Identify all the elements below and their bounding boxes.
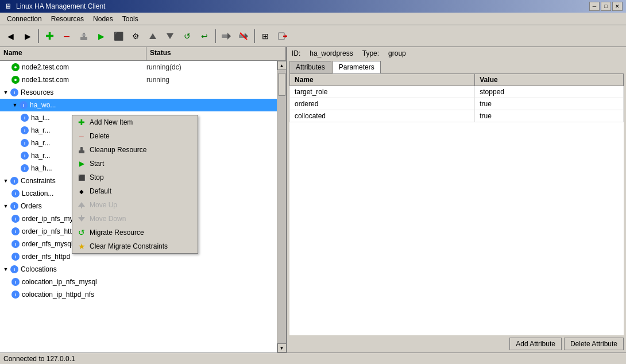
exit-button[interactable]	[275, 28, 291, 44]
svg-marker-4	[167, 33, 173, 39]
tree-item-resources[interactable]: ▼ i Resources	[0, 86, 286, 99]
move-up-button[interactable]	[145, 28, 161, 44]
start-label: Start	[90, 160, 104, 168]
svg-marker-15	[78, 202, 85, 207]
tree-scrollbar[interactable]: ▲ ▼	[277, 61, 286, 353]
attr-value-target-role: stopped	[475, 86, 624, 98]
expand-colocations-icon: ▼	[2, 266, 9, 273]
context-migrate-resource[interactable]: ↺ Migrate Resource	[72, 226, 198, 239]
migrate-resource-icon: ↺	[77, 228, 86, 237]
add-new-item-icon: ✚	[77, 118, 86, 127]
order-ip-nfs-mysql-icon: i	[11, 215, 20, 223]
default-label: Default	[90, 187, 111, 195]
context-clear-migrate-constraints[interactable]: ★ Clear Migrate Constraints	[72, 239, 198, 253]
context-start[interactable]: ▶ Start	[72, 157, 198, 171]
back-button[interactable]: ◀	[2, 28, 18, 44]
colocation-ip-httpd-nfs-icon: i	[11, 291, 20, 299]
scroll-down-arrow[interactable]: ▼	[277, 343, 287, 353]
stop-button[interactable]: ⬛	[110, 28, 126, 44]
add-button[interactable]: ✚	[41, 28, 57, 44]
svg-rect-14	[80, 147, 83, 151]
status-text: Connected to 127.0.0.1	[3, 355, 75, 363]
context-move-up[interactable]: Move Up	[72, 198, 198, 212]
add-attribute-button[interactable]: Add Attribute	[509, 338, 562, 350]
attr-value-collocated: true	[475, 110, 624, 122]
colocation-ip-nfs-mysql-icon: i	[11, 278, 20, 286]
separator-1	[38, 29, 39, 43]
context-delete[interactable]: – Delete	[72, 129, 198, 143]
expand-orders-icon: ▼	[2, 203, 9, 210]
tree-item-colocation-ip-httpd-nfs[interactable]: i colocation_ip_httpd_nfs	[0, 288, 286, 301]
tree-item-node2[interactable]: ● node2.test.com running(dc)	[0, 61, 286, 73]
status-bar: Connected to 127.0.0.1	[0, 353, 626, 364]
svg-rect-2	[82, 34, 86, 36]
type-label: Type:	[362, 49, 379, 57]
refresh-button[interactable]: ↺	[179, 28, 195, 44]
order-ip-nfs-httpd-icon: i	[11, 227, 20, 235]
view-button[interactable]: ⊞	[257, 28, 273, 44]
add-new-item-label: Add New Item	[90, 118, 133, 126]
menu-connection[interactable]: Connection	[2, 14, 47, 24]
remove-button[interactable]: –	[59, 28, 75, 44]
svg-rect-16	[81, 207, 82, 208]
resources-label: Resources	[21, 88, 146, 96]
type-value: group	[388, 49, 406, 57]
cleanup-resource-label: Cleanup Resource	[90, 146, 146, 154]
tree-item-node1[interactable]: ● node1.test.com running	[0, 73, 286, 86]
menu-resources[interactable]: Resources	[47, 14, 88, 24]
id-label: ID:	[292, 49, 300, 57]
move-up-label: Move Up	[90, 201, 117, 209]
tab-parameters[interactable]: Parameters	[333, 61, 381, 73]
tree-item-colocations[interactable]: ▼ i Colocations	[0, 263, 286, 276]
clear-migrate-button[interactable]	[235, 28, 252, 44]
resource-header: ID: ha_wordpress Type: group	[287, 47, 626, 60]
context-move-down[interactable]: Move Down	[72, 212, 198, 226]
scroll-up-arrow[interactable]: ▲	[277, 61, 287, 70]
colocation-ip-httpd-nfs-label: colocation_ip_httpd_nfs	[22, 291, 146, 299]
delete-label: Delete	[90, 132, 110, 140]
start-button[interactable]: ▶	[93, 28, 109, 44]
order-nfs-httpd-icon: i	[11, 253, 20, 261]
context-add-new-item[interactable]: ✚ Add New Item	[72, 115, 198, 129]
node2-label: node2.test.com	[22, 63, 146, 71]
minimize-button[interactable]: ─	[589, 2, 600, 11]
svg-marker-12	[285, 34, 287, 38]
cleanup-button[interactable]	[76, 28, 92, 44]
window-title: Linux HA Management Client	[16, 2, 105, 10]
name-column-header: Name	[0, 47, 146, 60]
tree-item-ha-wordpress[interactable]: ▼ i ha_wo...	[0, 99, 286, 111]
undo-button[interactable]: ↩	[196, 28, 212, 44]
svg-marker-17	[78, 217, 85, 222]
scroll-thumb[interactable]	[279, 73, 285, 96]
constraints-info-icon: i	[10, 177, 18, 185]
maximize-button[interactable]: □	[601, 2, 611, 11]
forward-button[interactable]: ▶	[20, 28, 36, 44]
scroll-track[interactable]	[278, 70, 286, 343]
close-button[interactable]: ✕	[612, 2, 623, 11]
main-content: Name Status ● node2.test.com running(dc)…	[0, 47, 626, 353]
delete-attribute-button[interactable]: Delete Attribute	[564, 338, 624, 350]
app-icon: 🖥	[3, 2, 13, 11]
attr-row-ordered: ordered true	[290, 98, 624, 110]
tree-item-colocation-ip-nfs-mysql[interactable]: i colocation_ip_nfs_mysql	[0, 276, 286, 288]
right-footer: Add Attribute Delete Attribute	[287, 335, 626, 353]
context-stop[interactable]: ⬛ Stop	[72, 171, 198, 184]
colocation-ip-nfs-mysql-label: colocation_ip_nfs_mysql	[22, 278, 146, 286]
move-down-label: Move Down	[90, 215, 126, 223]
context-default[interactable]: ◆ Default	[72, 184, 198, 198]
settings-button[interactable]: ⚙	[127, 28, 144, 44]
menu-tools[interactable]: Tools	[118, 14, 143, 24]
tab-attributes[interactable]: Attributes	[289, 61, 331, 73]
toolbar: ◀ ▶ ✚ – ▶ ⬛ ⚙ ↺ ↩ ⊞	[0, 25, 626, 47]
clear-migrate-label: Clear Migrate Constraints	[90, 242, 168, 250]
menu-nodes[interactable]: Nodes	[88, 14, 118, 24]
title-bar: 🖥 Linux HA Management Client ─ □ ✕	[0, 0, 626, 13]
move-up-icon	[77, 200, 86, 210]
cleanup-resource-icon	[77, 145, 86, 154]
stop-label: Stop	[90, 173, 104, 181]
migrate-button[interactable]	[218, 28, 234, 44]
clear-migrate-icon: ★	[77, 242, 86, 251]
name-col-header: Name	[290, 74, 475, 86]
move-down-button[interactable]	[162, 28, 178, 44]
context-cleanup-resource[interactable]: Cleanup Resource	[72, 143, 198, 157]
